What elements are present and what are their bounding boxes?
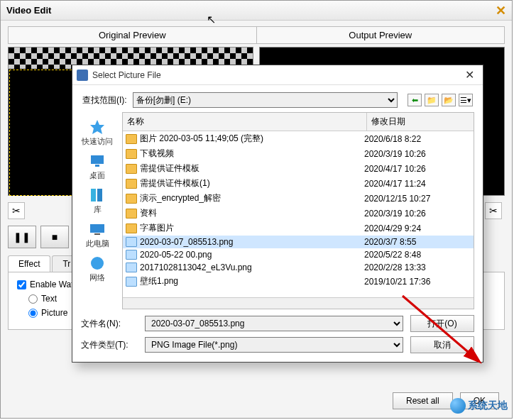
image-file-icon	[126, 250, 137, 260]
place-desktop-label: 桌面	[89, 170, 105, 181]
dialog-toolbar: 查找范围(I): 备份[勿删] (E:) ⬅ 📁 📂 ☰▾	[72, 85, 483, 112]
file-row[interactable]: 资料2020/3/19 10:26	[123, 206, 474, 221]
filetype-dropdown[interactable]: PNG Image File(*.png)	[145, 337, 403, 353]
pc-icon	[87, 221, 107, 238]
file-date: 2020/3/19 10:26	[364, 149, 471, 159]
back-icon[interactable]: ⬅	[408, 94, 422, 106]
file-date: 2020/4/29 9:24	[364, 223, 471, 233]
preview-headers: Original Preview Output Preview	[8, 26, 505, 44]
file-row[interactable]: 需提供证件模板2020/4/17 10:26	[123, 161, 474, 176]
filename-label: 文件名(N):	[81, 318, 138, 330]
file-open-dialog: Select Picture File ✕ 查找范围(I): 备份[勿删] (E…	[72, 65, 483, 363]
filename-field[interactable]: 2020-03-07_085513.png	[145, 316, 403, 331]
new-folder-icon[interactable]: 📂	[442, 94, 456, 106]
picture-radio-label: Picture	[41, 308, 67, 318]
place-network[interactable]: 网络	[87, 253, 107, 285]
folder-icon	[126, 194, 137, 204]
file-row[interactable]: 2020-05-22 00.png2020/5/22 8:48	[123, 248, 474, 261]
look-in-dropdown[interactable]: 备份[勿删] (E:)	[133, 92, 398, 108]
scissors-right-icon[interactable]: ✂	[485, 202, 502, 219]
svg-rect-4	[97, 189, 102, 201]
desktop-icon	[87, 153, 107, 170]
dialog-close-button[interactable]: ✕	[461, 68, 479, 82]
main-close-button[interactable]: ✕	[496, 3, 506, 18]
file-date: 2020/6/18 8:22	[364, 134, 471, 144]
ok-button[interactable]: OK	[460, 392, 499, 409]
file-date: 2020/4/17 11:24	[364, 179, 471, 189]
svg-rect-6	[94, 233, 100, 235]
bottom-buttons: Reset all OK	[393, 392, 499, 409]
dialog-body: 快速访问 桌面 库 此电脑 网络	[72, 112, 483, 309]
network-icon	[87, 255, 107, 272]
place-network-label: 网络	[89, 272, 105, 283]
svg-rect-1	[91, 155, 104, 164]
svg-point-7	[91, 257, 104, 270]
file-row[interactable]: 演示_encrypted_解密2020/12/15 10:27	[123, 191, 474, 206]
file-date: 2020/3/19 10:26	[364, 209, 471, 219]
pause-button[interactable]: ❚❚	[8, 226, 36, 248]
file-list: 名称 修改日期 图片 2020-03-05 11;49;05 (完整)2020/…	[122, 112, 474, 309]
file-row[interactable]: 2020-03-07_085513.png2020/3/7 8:55	[123, 236, 474, 248]
folder-icon	[126, 179, 137, 189]
file-row[interactable]: 20171028113042_eL3Vu.png2020/2/28 13:33	[123, 261, 474, 274]
place-quick-access[interactable]: 快速访问	[82, 116, 113, 149]
file-name: 图片 2020-03-05 11;49;05 (完整)	[140, 133, 263, 145]
file-date: 2020/5/22 8:48	[364, 250, 471, 260]
image-file-icon	[126, 237, 137, 247]
place-quick-label: 快速访问	[82, 136, 113, 147]
reset-all-button[interactable]: Reset all	[393, 392, 453, 409]
video-edit-window: Video Edit ✕ ↖ Original Preview Output P…	[0, 0, 513, 419]
picture-radio-input[interactable]	[28, 309, 38, 318]
main-titlebar: Video Edit ✕	[1, 1, 512, 21]
filetype-label: 文件类型(T):	[81, 339, 138, 351]
file-name: 壁纸1.png	[140, 275, 178, 287]
col-date[interactable]: 修改日期	[367, 113, 474, 131]
file-date: 2020/4/17 10:26	[364, 164, 471, 174]
enable-watermark-input[interactable]	[17, 280, 26, 289]
tab-effect[interactable]: Effect	[8, 255, 50, 272]
cancel-button[interactable]: 取消	[410, 336, 474, 353]
libraries-icon	[87, 187, 107, 204]
place-desktop[interactable]: 桌面	[87, 150, 107, 183]
up-icon[interactable]: 📁	[425, 94, 439, 106]
horizontal-scrollbar[interactable]	[123, 297, 474, 309]
file-name: 2020-03-07_085513.png	[140, 237, 233, 247]
file-row[interactable]: 下载视频2020/3/19 10:26	[123, 146, 474, 161]
file-row[interactable]: 壁纸1.png2019/10/21 17:36	[123, 274, 474, 289]
scissors-left-icon[interactable]: ✂	[8, 202, 25, 219]
col-name[interactable]: 名称	[123, 113, 367, 131]
look-in-label: 查找范围(I):	[82, 94, 127, 106]
place-thispc-label: 此电脑	[86, 238, 109, 249]
folder-icon	[126, 134, 137, 144]
file-row[interactable]: 需提供证件模板(1)2020/4/17 11:24	[123, 176, 474, 191]
file-name: 需提供证件模板(1)	[140, 177, 210, 189]
places-bar: 快速访问 桌面 库 此电脑 网络	[72, 112, 122, 309]
place-libraries-label: 库	[94, 204, 102, 215]
file-name: 2020-05-22 00.png	[140, 250, 212, 260]
svg-rect-5	[90, 224, 104, 233]
file-name: 资料	[140, 207, 157, 219]
dialog-footer: 文件名(N): 2020-03-07_085513.png 打开(O) 文件类型…	[72, 309, 483, 362]
file-name: 需提供证件模板	[140, 162, 199, 175]
file-rows: 图片 2020-03-05 11;49;05 (完整)2020/6/18 8:2…	[123, 131, 474, 297]
folder-icon	[126, 149, 137, 159]
output-preview-header: Output Preview	[257, 27, 505, 43]
folder-icon	[126, 209, 137, 219]
file-name: 下载视频	[140, 148, 174, 160]
stop-button[interactable]: ■	[40, 226, 69, 248]
place-libraries[interactable]: 库	[87, 184, 107, 217]
view-menu-icon[interactable]: ☰▾	[459, 94, 473, 106]
text-radio-input[interactable]	[28, 294, 38, 304]
file-row[interactable]: 图片 2020-03-05 11;49;05 (完整)2020/6/18 8:2…	[123, 131, 474, 146]
place-this-pc[interactable]: 此电脑	[86, 219, 109, 251]
open-button[interactable]: 打开(O)	[410, 315, 474, 332]
file-name: 字幕图片	[140, 222, 174, 234]
file-date: 2020/2/28 13:33	[364, 262, 471, 272]
star-icon	[87, 118, 107, 136]
file-row[interactable]: 字幕图片2020/4/29 9:24	[123, 221, 474, 236]
image-file-icon	[126, 277, 137, 287]
file-name: 20171028113042_eL3Vu.png	[140, 262, 252, 272]
image-file-icon	[126, 262, 137, 272]
folder-icon	[126, 164, 137, 174]
dialog-nav-icons: ⬅ 📁 📂 ☰▾	[408, 94, 473, 106]
